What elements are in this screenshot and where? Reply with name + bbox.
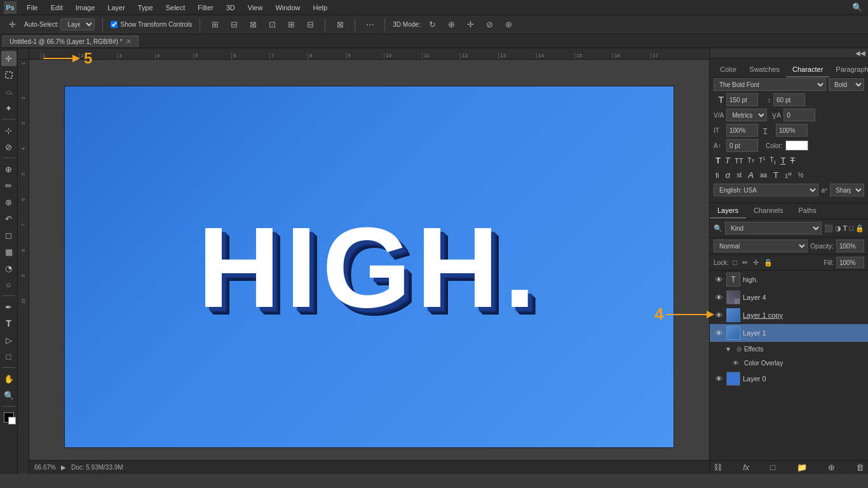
- layer-item-1[interactable]: 👁 Layer 1: [710, 324, 868, 342]
- menu-image[interactable]: Image: [73, 3, 98, 13]
- style-italic[interactable]: T: [723, 154, 732, 166]
- layer-vis-1[interactable]: 👁: [714, 328, 724, 338]
- ligature-sigma[interactable]: σ: [724, 169, 733, 181]
- layer-filter-dropdown[interactable]: Kind: [725, 222, 822, 234]
- tool-crop[interactable]: ⊹: [1, 123, 17, 138]
- delete-layer-icon[interactable]: 🗑: [856, 463, 864, 472]
- layer-item-high[interactable]: 👁 T high.: [710, 271, 868, 288]
- tool-history-brush[interactable]: ↶: [1, 211, 17, 226]
- tool-magic-wand[interactable]: ✦: [1, 100, 17, 116]
- style-T2[interactable]: T: [771, 169, 780, 181]
- menu-view[interactable]: View: [245, 3, 266, 13]
- filter-adjustment-icon[interactable]: ◑: [835, 224, 841, 233]
- style-super[interactable]: T1: [757, 155, 767, 165]
- style-bold[interactable]: T: [714, 154, 722, 166]
- distribute-icon[interactable]: ⊠: [333, 18, 347, 32]
- 3d-pan-icon[interactable]: ✛: [464, 18, 478, 32]
- menu-help[interactable]: Help: [311, 3, 330, 13]
- transform-checkbox-input[interactable]: [111, 21, 118, 28]
- lock-position-icon[interactable]: ✛: [752, 257, 760, 268]
- align-top-icon[interactable]: ⊡: [265, 18, 279, 32]
- opacity-input[interactable]: [836, 240, 864, 252]
- align-center-v-icon[interactable]: ⊞: [284, 18, 298, 32]
- 3d-rotate-icon[interactable]: ↻: [426, 18, 440, 32]
- new-layer-icon[interactable]: ⊕: [828, 463, 835, 472]
- horizontal-scale-input[interactable]: [776, 124, 808, 137]
- style-aa[interactable]: aa: [758, 170, 769, 180]
- tool-eraser[interactable]: ◻: [1, 227, 17, 243]
- lock-all-icon[interactable]: 🔒: [763, 257, 774, 268]
- leading-input[interactable]: [773, 93, 805, 106]
- tool-shape[interactable]: □: [1, 349, 17, 364]
- tab-swatches[interactable]: Swatches: [743, 62, 786, 78]
- tool-zoom[interactable]: 🔍: [1, 388, 17, 403]
- style-uppercase[interactable]: TT: [733, 156, 745, 166]
- tab-character[interactable]: Character: [786, 62, 829, 78]
- align-center-h-icon[interactable]: ⊟: [227, 18, 241, 32]
- align-bottom-icon[interactable]: ⊟: [303, 18, 317, 32]
- layer-item-effects[interactable]: ▼ ⊙ Effects: [710, 342, 868, 356]
- auto-select-dropdown[interactable]: Layer Group: [60, 18, 95, 30]
- link-layers-icon[interactable]: ⛓: [714, 463, 722, 472]
- layer-vis-4[interactable]: 👁: [714, 292, 724, 302]
- add-effect-icon[interactable]: fx: [743, 463, 749, 472]
- more-options-icon[interactable]: ⋯: [363, 18, 377, 32]
- move-tool-icon[interactable]: ✛: [5, 18, 19, 32]
- layer-vis-0[interactable]: 👁: [714, 374, 724, 384]
- font-family-select[interactable]: The Bold Font: [714, 78, 826, 91]
- menu-3d[interactable]: 3D: [224, 3, 238, 13]
- blend-mode-select[interactable]: Normal Dissolve Multiply: [714, 240, 808, 252]
- 3d-scale-icon[interactable]: ⊛: [502, 18, 516, 32]
- layer-item-4[interactable]: 👁 Layer 4: [710, 288, 868, 306]
- tool-rect-select[interactable]: [1, 67, 17, 83]
- antialias-select[interactable]: Sharp Crisp Strong Smooth Normal None: [830, 184, 864, 196]
- effects-collapse-icon[interactable]: ▼: [725, 346, 731, 353]
- effect-vis-icon[interactable]: 👁: [733, 360, 739, 367]
- tool-gradient[interactable]: ▦: [1, 244, 17, 259]
- style-italic2[interactable]: A: [746, 169, 756, 181]
- baseline-input[interactable]: [726, 139, 758, 152]
- layer-vis-1copy[interactable]: 👁: [714, 310, 724, 320]
- add-mask-icon[interactable]: □: [771, 463, 776, 472]
- menu-select[interactable]: Select: [163, 3, 188, 13]
- menu-edit[interactable]: Edit: [48, 3, 65, 13]
- lock-image-icon[interactable]: ✏: [741, 257, 749, 268]
- close-tab-icon[interactable]: ✕: [126, 37, 132, 46]
- layer-item-color-overlay[interactable]: 👁 Color Overlay: [710, 356, 868, 370]
- tab-color[interactable]: Color: [714, 62, 743, 78]
- filter-smart-icon[interactable]: 🔒: [855, 224, 864, 233]
- search-icon[interactable]: 🔍: [850, 1, 864, 15]
- font-size-input[interactable]: [726, 93, 758, 106]
- tool-blur[interactable]: ◔: [1, 261, 17, 276]
- menu-filter[interactable]: Filter: [195, 3, 215, 13]
- align-left-icon[interactable]: ⊞: [208, 18, 222, 32]
- tool-clone[interactable]: ⊛: [1, 194, 17, 210]
- language-select[interactable]: English: USA: [714, 184, 818, 196]
- tab-channels[interactable]: Channels: [746, 203, 790, 219]
- tab-paths[interactable]: Paths: [791, 203, 824, 219]
- menu-window[interactable]: Window: [273, 3, 302, 13]
- filter-pixel-icon[interactable]: ⬛: [824, 224, 833, 233]
- menu-layer[interactable]: Layer: [105, 3, 128, 13]
- tool-lasso[interactable]: ⌓: [1, 84, 17, 99]
- align-right-icon[interactable]: ⊠: [246, 18, 260, 32]
- menu-file[interactable]: File: [24, 3, 41, 13]
- tool-brush[interactable]: ✏: [1, 178, 17, 193]
- 3d-tumble-icon[interactable]: ⊕: [445, 18, 459, 32]
- tracking-input[interactable]: [783, 109, 815, 121]
- style-1st[interactable]: 1st: [783, 170, 794, 180]
- tool-type[interactable]: T: [1, 316, 17, 331]
- tool-eyedropper[interactable]: ⊘: [1, 139, 17, 154]
- tab-paragraph[interactable]: Paragraph: [829, 62, 868, 78]
- panel-collapse-btn[interactable]: ◀◀: [855, 50, 865, 57]
- font-style-select[interactable]: Bold: [829, 78, 864, 91]
- style-smallcaps[interactable]: TT: [745, 156, 756, 165]
- style-half[interactable]: ½: [796, 170, 805, 180]
- new-group-icon[interactable]: 📁: [797, 463, 807, 472]
- layer-item-1copy[interactable]: 👁 Layer 1 copy: [710, 306, 868, 324]
- tool-dodge[interactable]: ○: [1, 277, 17, 292]
- 3d-slide-icon[interactable]: ⊘: [483, 18, 497, 32]
- style-sub[interactable]: T1: [768, 155, 778, 166]
- tool-move[interactable]: ✛: [1, 51, 17, 66]
- style-underline[interactable]: T: [778, 154, 787, 166]
